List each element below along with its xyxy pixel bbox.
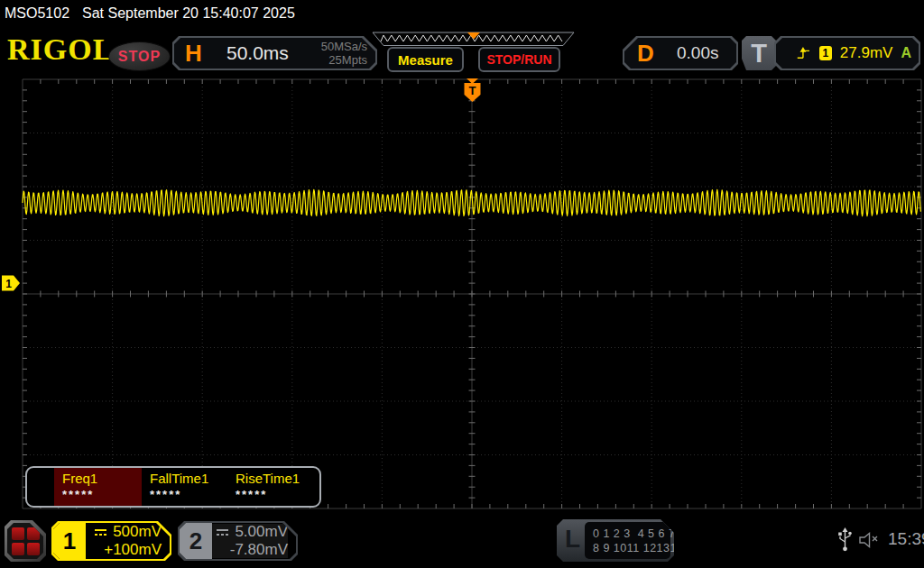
channel1-number: 1 — [53, 523, 86, 559]
oscilloscope-screen: MSO5102 Sat September 20 15:40:07 2025 R… — [0, 0, 924, 568]
trigger-panel[interactable]: T 1 27.9mV A — [742, 36, 920, 70]
delay-value: 0.00s — [677, 43, 718, 63]
delay-label: D — [637, 38, 654, 69]
title-bar: MSO5102 Sat September 20 15:40:07 2025 — [0, 0, 924, 27]
speaker-muted-icon — [858, 531, 882, 549]
trigger-mode: A — [901, 45, 911, 61]
waveform-display-area: T1 — [0, 77, 924, 511]
trigger-level-value: 27.9mV — [840, 44, 893, 62]
rising-edge-icon — [796, 45, 811, 61]
measurement-value: ***** — [62, 488, 142, 501]
measure-button[interactable]: Measure — [387, 47, 464, 72]
channel2-offset: -7.80mV — [230, 541, 288, 559]
channel1-scale: 500mV — [113, 523, 162, 541]
clock: 15:39 — [888, 529, 924, 549]
channel2-number: 2 — [180, 523, 212, 559]
channel1-badge[interactable]: 1 500mV +100mV — [51, 521, 171, 561]
toolbar: RIGOL STOP H 50.0ms 50MSa/s 25Mpts Measu… — [0, 27, 924, 77]
measurement-cell-freq1[interactable]: Freq1 ***** — [54, 468, 142, 506]
channel2-scale: 5.00mV — [235, 523, 288, 541]
run-state-indicator: STOP — [108, 41, 171, 71]
channel1-offset: +100mV — [104, 541, 162, 559]
measurement-value: ***** — [236, 488, 318, 501]
svg-text:T: T — [469, 84, 476, 97]
run-state-label: STOP — [118, 49, 161, 65]
timebase-value: 50.0ms — [226, 42, 289, 64]
trigger-position-marker[interactable]: T — [465, 78, 481, 102]
model-name: MSO5102 — [5, 5, 69, 22]
measurement-cell-falltime1[interactable]: FallTime1 ***** — [142, 468, 227, 506]
stop-run-button[interactable]: STOP/RUN — [478, 47, 560, 72]
horizontal-panel[interactable]: H 50.0ms 50MSa/s 25Mpts — [172, 36, 377, 70]
usb-icon — [837, 527, 853, 553]
red-square-icon — [12, 527, 24, 540]
ch1-ground-marker[interactable]: 1 — [2, 276, 20, 291]
logic-channels-row1: 0 1 2 3 4 5 6 7 — [593, 527, 670, 541]
measurement-value: ***** — [150, 488, 227, 501]
trigger-label: T — [751, 39, 767, 69]
delay-panel[interactable]: D 0.00s — [623, 36, 738, 70]
sample-rate: 50MSa/s — [321, 40, 367, 53]
trigger-source-channel: 1 — [822, 47, 828, 60]
horizontal-label: H — [185, 38, 202, 69]
waveform-overview-bar[interactable] — [372, 32, 575, 47]
acquisition-info: 50MSa/s 25Mpts — [321, 40, 367, 67]
measurement-label: Freq1 — [62, 471, 142, 486]
dc-coupling-icon — [94, 527, 107, 537]
bottom-bar: 1 500mV +100mV 2 — [0, 511, 924, 568]
red-square-icon — [27, 527, 40, 540]
svg-text:1: 1 — [5, 278, 12, 290]
measurement-cell-risetime1[interactable]: RiseTime1 ***** — [227, 468, 318, 506]
logic-channels-row2: 8 9 1011 12131415 — [593, 541, 670, 555]
red-square-icon — [12, 543, 24, 555]
measurement-label: FallTime1 — [150, 471, 227, 486]
date-time: Sat September 20 15:40:07 2025 — [82, 5, 295, 22]
logic-label: L — [565, 525, 580, 554]
red-square-icon — [27, 543, 40, 555]
window-layout-button[interactable] — [5, 520, 46, 562]
logic-channels-badge[interactable]: L 0 1 2 3 4 5 6 7 8 9 1011 12131415 — [557, 519, 674, 562]
channel2-badge[interactable]: 2 5.00mV -7.80mV — [178, 521, 298, 561]
measurement-panel: Freq1 ***** FallTime1 ***** RiseTime1 **… — [25, 466, 321, 508]
trigger-tab: T — [742, 36, 776, 70]
measure-button-label: Measure — [398, 52, 453, 68]
rigol-logo: RIGOL — [7, 32, 114, 67]
memory-depth: 25Mpts — [321, 53, 367, 67]
measurement-label: RiseTime1 — [236, 471, 318, 486]
stop-run-button-label: STOP/RUN — [486, 52, 551, 67]
trigger-source-badge: 1 — [819, 46, 832, 60]
dc-coupling-icon — [216, 527, 229, 537]
